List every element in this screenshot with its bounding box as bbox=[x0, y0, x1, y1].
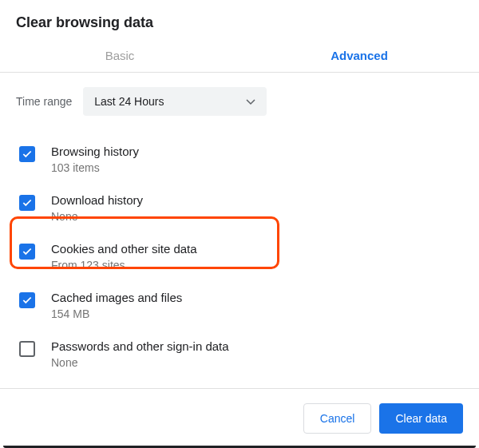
checkbox-cached[interactable] bbox=[19, 292, 35, 308]
option-passwords[interactable]: Passwords and other sign-in data None bbox=[16, 330, 463, 379]
checkbox-cookies[interactable] bbox=[19, 244, 35, 260]
tab-basic[interactable]: Basic bbox=[0, 41, 240, 72]
cancel-button[interactable]: Cancel bbox=[303, 403, 372, 434]
option-title: Passwords and other sign-in data bbox=[51, 339, 229, 353]
checkbox-browsing-history[interactable] bbox=[19, 146, 35, 162]
content-area: Time range Last 24 Hours Browsing histor… bbox=[0, 73, 479, 384]
checkbox-download-history[interactable] bbox=[19, 195, 35, 211]
dialog-footer: Cancel Clear data bbox=[0, 388, 479, 448]
dialog-title: Clear browsing data bbox=[16, 14, 463, 31]
option-title: Browsing history bbox=[51, 145, 139, 158]
timerange-label: Time range bbox=[16, 95, 72, 108]
tabs: Basic Advanced bbox=[0, 41, 479, 73]
option-title: Cached images and files bbox=[51, 291, 182, 304]
option-browsing-history[interactable]: Browsing history 103 items bbox=[16, 135, 463, 184]
checkbox-passwords[interactable] bbox=[19, 341, 35, 357]
option-sub: From 123 sites bbox=[51, 259, 197, 272]
clear-data-button[interactable]: Clear data bbox=[379, 403, 463, 434]
option-sub: 154 MB bbox=[51, 307, 182, 320]
option-sub: None bbox=[51, 210, 143, 223]
option-sub: None bbox=[51, 356, 229, 369]
option-title: Cookies and other site data bbox=[51, 242, 197, 256]
tab-advanced[interactable]: Advanced bbox=[240, 41, 479, 72]
option-title: Download history bbox=[51, 193, 143, 207]
option-autofill[interactable]: Auto-fill form data bbox=[16, 379, 463, 384]
timerange-select[interactable]: Last 24 Hours bbox=[83, 87, 267, 116]
option-cached[interactable]: Cached images and files 154 MB bbox=[16, 281, 463, 330]
option-cookies[interactable]: Cookies and other site data From 123 sit… bbox=[16, 232, 463, 281]
timerange-value: Last 24 Hours bbox=[94, 95, 164, 108]
option-download-history[interactable]: Download history None bbox=[16, 184, 463, 232]
chevron-down-icon bbox=[246, 95, 255, 108]
option-sub: 103 items bbox=[51, 161, 139, 174]
